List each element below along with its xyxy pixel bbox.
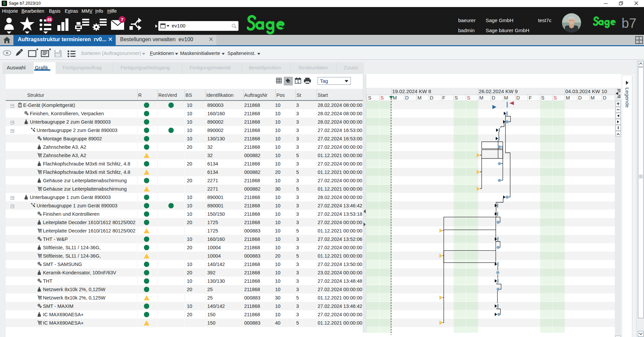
svg-text:S: S [368, 95, 371, 100]
svg-text:M: M [393, 95, 397, 100]
svg-text:M: M [566, 95, 570, 100]
svg-text:7: 7 [121, 17, 123, 22]
svg-text:F: F [442, 95, 445, 100]
svg-text:M: M [418, 95, 422, 100]
svg-text:M: M [591, 95, 595, 100]
svg-text:D: D [405, 95, 409, 100]
svg-text:26.02.2024 KW 9: 26.02.2024 KW 9 [479, 88, 518, 94]
svg-text:1: 1 [297, 80, 299, 83]
svg-text:*: * [49, 48, 51, 53]
svg-text:S: S [541, 95, 544, 100]
svg-text:S: S [553, 95, 557, 100]
svg-text:S: S [467, 95, 470, 100]
svg-text:*: * [36, 48, 39, 53]
svg-text:D: D [517, 95, 520, 100]
svg-text:46: 46 [47, 17, 52, 22]
svg-text:D: D [603, 95, 606, 100]
svg-text:D: D [430, 95, 433, 100]
svg-text:S: S [454, 95, 458, 100]
svg-text:M: M [479, 95, 483, 100]
svg-text:D: D [578, 95, 582, 100]
svg-text:F: F [529, 95, 532, 100]
svg-text:D: D [492, 95, 495, 100]
svg-text:19.02.2024 KW 8: 19.02.2024 KW 8 [392, 88, 431, 94]
svg-text:04.03.2024 KW 10: 04.03.2024 KW 10 [566, 88, 607, 94]
svg-text:S: S [380, 95, 384, 100]
svg-text:M: M [504, 95, 508, 100]
